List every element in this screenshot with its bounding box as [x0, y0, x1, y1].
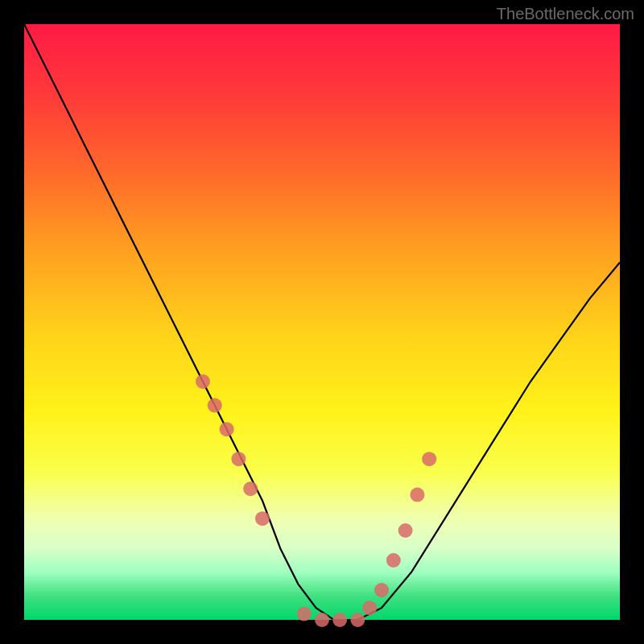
curve-markers: [196, 374, 436, 627]
curve-marker: [350, 613, 365, 627]
chart-plot-area: [24, 24, 620, 620]
curve-marker: [362, 601, 377, 615]
bottleneck-curve: [24, 24, 620, 620]
curve-marker: [332, 613, 347, 627]
curve-marker: [196, 374, 210, 389]
curve-marker: [386, 553, 401, 568]
curve-marker: [231, 452, 246, 466]
curve-marker: [297, 607, 312, 621]
curve-marker: [208, 398, 222, 413]
curve-marker: [398, 523, 413, 538]
chart-svg: [24, 24, 620, 620]
curve-marker: [374, 583, 389, 597]
curve-marker: [243, 481, 258, 496]
curve-marker: [410, 488, 424, 502]
curve-marker: [255, 511, 270, 526]
curve-marker: [315, 613, 329, 627]
curve-marker: [422, 452, 436, 466]
curve-marker: [220, 422, 234, 436]
watermark-text: TheBottleneck.com: [497, 5, 634, 23]
